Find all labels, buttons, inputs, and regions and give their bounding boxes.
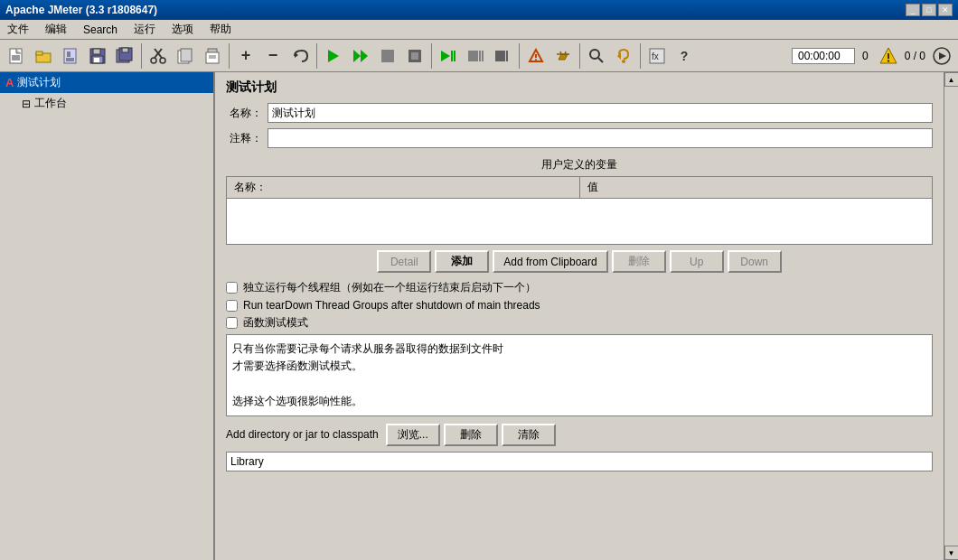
- clear-all-button[interactable]: [550, 43, 576, 69]
- svg-marker-29: [353, 50, 361, 62]
- warning-button[interactable]: [876, 43, 901, 69]
- svg-point-19: [151, 58, 156, 63]
- shutdown-button[interactable]: [402, 43, 427, 69]
- browse-button[interactable]: 浏览...: [386, 424, 440, 446]
- sep5: [519, 43, 520, 69]
- svg-line-47: [565, 51, 566, 54]
- up-button[interactable]: Up: [670, 250, 724, 273]
- cut-button[interactable]: [146, 43, 171, 69]
- save-button[interactable]: [85, 43, 110, 69]
- svg-marker-34: [441, 51, 450, 61]
- tree-item-workbench[interactable]: ⊟ 工作台: [0, 93, 213, 114]
- function-helper-button[interactable]: fx: [644, 43, 670, 69]
- shutdown-remote-icon: [493, 47, 512, 65]
- close-button[interactable]: ✕: [938, 4, 953, 16]
- comment-row: 注释：: [226, 128, 933, 148]
- save-all-button[interactable]: [112, 43, 137, 69]
- menu-help[interactable]: 帮助: [206, 21, 235, 38]
- var-header-name: 名称：: [227, 177, 580, 198]
- add-from-clipboard-button[interactable]: Add from Clipboard: [493, 250, 607, 273]
- svg-rect-11: [93, 49, 100, 54]
- add-node-button[interactable]: +: [233, 43, 258, 69]
- copy-button[interactable]: [173, 43, 198, 69]
- title-bar-text: Apache JMeter (3.3 r1808647): [5, 4, 157, 16]
- scroll-up-arrow[interactable]: ▲: [944, 72, 959, 87]
- svg-point-44: [535, 59, 537, 61]
- menu-run[interactable]: 运行: [130, 21, 159, 38]
- svg-text:fx: fx: [652, 51, 659, 61]
- title-bar-controls[interactable]: _ □ ✕: [906, 4, 953, 16]
- toolbar: + −: [0, 40, 958, 72]
- toolbar-right: 00:00:00 0 0 / 0: [792, 43, 954, 69]
- down-button[interactable]: Down: [728, 250, 782, 273]
- test-plan-icon: A: [5, 76, 14, 89]
- stop-button[interactable]: [375, 43, 400, 69]
- classpath-delete-button[interactable]: 删除: [444, 424, 498, 446]
- add-button[interactable]: 添加: [435, 250, 489, 273]
- stop-remote-icon: [466, 47, 484, 65]
- svg-rect-37: [468, 51, 478, 61]
- stop-icon: [379, 47, 397, 65]
- svg-rect-22: [181, 49, 192, 61]
- menu-search[interactable]: Search: [80, 23, 121, 37]
- reset-search-button[interactable]: [611, 43, 636, 69]
- independent-thread-groups-checkbox[interactable]: [226, 282, 238, 294]
- right-scrollbar[interactable]: ▲ ▼: [944, 72, 958, 560]
- sep3: [316, 43, 317, 69]
- undo-button[interactable]: [287, 43, 313, 69]
- help-button[interactable]: ?: [672, 43, 697, 69]
- scroll-down-arrow[interactable]: ▼: [944, 546, 959, 560]
- start-no-pauses-button[interactable]: [348, 43, 373, 69]
- tree-item-test-plan[interactable]: A 测试计划: [0, 72, 213, 93]
- description-text: 只有当你需要记录每个请求从服务器取得的数据到文件时 才需要选择函数测试模式。 选…: [232, 342, 503, 407]
- comment-input[interactable]: [268, 128, 933, 148]
- svg-line-46: [560, 51, 561, 54]
- classpath-clear-button[interactable]: 清除: [502, 424, 556, 446]
- menu-options[interactable]: 选项: [168, 21, 197, 38]
- svg-rect-40: [495, 51, 505, 61]
- remote-all-icon: [932, 46, 952, 66]
- library-label: Library: [230, 455, 264, 468]
- teardown-thread-groups-checkbox[interactable]: [226, 300, 238, 312]
- run-remote-button[interactable]: [436, 43, 461, 69]
- paste-button[interactable]: [200, 43, 225, 69]
- detail-button[interactable]: Detail: [377, 250, 431, 273]
- search-button[interactable]: [584, 43, 609, 69]
- start-no-pauses-icon: [352, 47, 370, 65]
- independent-thread-groups-label: 独立运行每个线程组（例如在一个组运行结束后启动下一个）: [243, 280, 536, 295]
- shutdown-remote-button[interactable]: [490, 43, 515, 69]
- content-panel: 测试计划 名称： 注释： 用户定义的变量 名称： 值: [215, 72, 944, 560]
- svg-marker-30: [361, 50, 368, 62]
- delete-button[interactable]: 删除: [612, 250, 666, 273]
- scroll-track[interactable]: [944, 87, 959, 546]
- svg-rect-33: [411, 52, 418, 60]
- maximize-button[interactable]: □: [922, 4, 936, 16]
- clear-button[interactable]: [523, 43, 549, 69]
- start-button[interactable]: [321, 43, 346, 69]
- menu-edit[interactable]: 编辑: [42, 21, 70, 38]
- remove-node-button[interactable]: −: [260, 43, 286, 69]
- stop-remote-button[interactable]: [463, 43, 488, 69]
- content-scroll[interactable]: 测试计划 名称： 注释： 用户定义的变量 名称： 值: [215, 72, 944, 560]
- classpath-row: Add directory or jar to classpath 浏览... …: [226, 424, 933, 446]
- open-button[interactable]: [31, 43, 56, 69]
- sep2: [229, 43, 230, 69]
- minimize-button[interactable]: _: [906, 4, 920, 16]
- svg-rect-16: [122, 48, 128, 52]
- save-template-button[interactable]: [58, 43, 83, 69]
- sep4: [431, 43, 432, 69]
- svg-line-49: [598, 58, 603, 62]
- functional-mode-checkbox[interactable]: [226, 317, 238, 329]
- new-button[interactable]: [4, 43, 29, 69]
- copy-icon: [176, 47, 194, 65]
- menu-bar: 文件 编辑 Search 运行 选项 帮助: [0, 20, 958, 40]
- remote-start-all-button[interactable]: [929, 43, 954, 69]
- menu-file[interactable]: 文件: [4, 21, 33, 38]
- reset-search-icon: [615, 47, 633, 65]
- save-icon: [89, 47, 107, 65]
- teardown-thread-groups-label: Run tearDown Thread Groups after shutdow…: [243, 299, 540, 312]
- name-input[interactable]: [268, 103, 933, 123]
- sep6: [579, 43, 580, 69]
- shutdown-icon: [406, 47, 424, 65]
- start-icon: [324, 47, 343, 65]
